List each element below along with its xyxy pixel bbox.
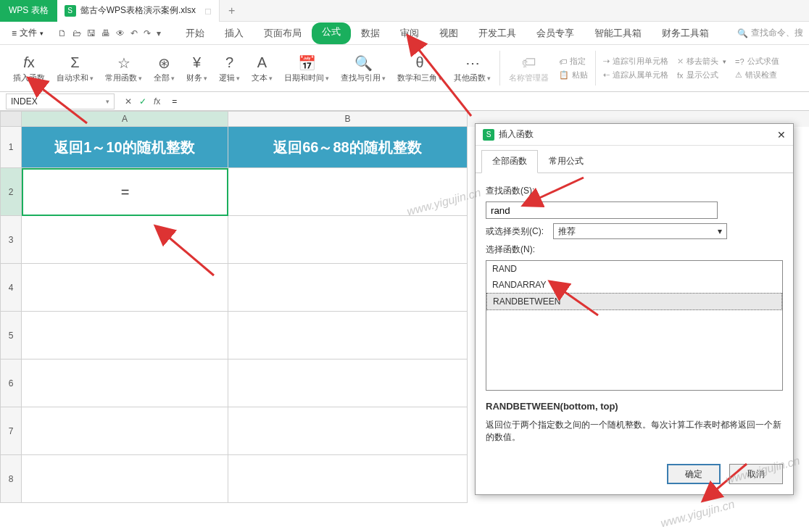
finance-button[interactable]: ¥ 财务 (181, 47, 213, 89)
row-header-2[interactable]: 2 (0, 168, 22, 216)
formula-input[interactable]: = (167, 96, 809, 107)
command-search[interactable]: 🔍 查找命令、搜 (737, 27, 803, 39)
yen-icon: ¥ (193, 54, 201, 72)
lookup-button[interactable]: 🔍 查找与引用 (335, 47, 391, 89)
cell-b8[interactable] (228, 455, 468, 503)
datetime-button[interactable]: 📅 日期和时间 (278, 47, 335, 89)
assign-button[interactable]: 🏷指定 (559, 56, 588, 67)
function-item-randarray[interactable]: RANDARRAY (486, 277, 782, 293)
autosum-button[interactable]: Σ 自动求和 (51, 47, 99, 89)
column-header-a[interactable]: A (22, 111, 228, 127)
function-item-randbetween[interactable]: RANDBETWEEN (486, 293, 782, 310)
document-tab[interactable]: S 懿古今WPS表格演示案例.xlsx ◻ (57, 0, 220, 22)
formula-eval-button[interactable]: =?公式求值 (735, 56, 779, 67)
undo-icon[interactable]: ↶ (130, 28, 138, 38)
preview-icon[interactable]: 👁 (116, 28, 125, 38)
search-function-input[interactable] (486, 201, 718, 219)
cell-b7[interactable] (228, 407, 468, 455)
tab-review[interactable]: 审阅 (390, 22, 429, 44)
tab-developer[interactable]: 开发工具 (468, 22, 526, 44)
cancel-formula-icon[interactable]: ✕ (125, 96, 132, 107)
name-box[interactable]: INDEX ▾ (6, 93, 115, 109)
row-header-1[interactable]: 1 (0, 127, 22, 168)
cell-a5[interactable] (22, 312, 228, 359)
fx-bar-icon[interactable]: fx (154, 96, 160, 107)
cell-a1[interactable]: 返回1～10的随机整数 (22, 127, 228, 168)
accept-formula-icon[interactable]: ✓ (139, 96, 146, 107)
menu-bar: ≡ 文件 ▾ 🗋 🗁 🖫 🖶 👁 ↶ ↷ ▾ 开始 插入 页面布局 公式 数据 … (0, 22, 809, 45)
dialog-tab-all[interactable]: 全部函数 (481, 150, 538, 173)
common-functions-button[interactable]: ☆ 常用函数 (99, 47, 148, 89)
text-button[interactable]: A 文本 (246, 47, 278, 89)
tab-home[interactable]: 开始 (175, 22, 215, 44)
error-check-button[interactable]: ⚠错误检查 (735, 70, 779, 80)
cell-b2[interactable] (228, 168, 468, 216)
category-label: 或选择类别(C): (486, 226, 544, 236)
tab-formula[interactable]: 公式 (312, 22, 351, 44)
select-all-corner[interactable] (0, 111, 22, 127)
trace-dep-icon: ⇠ (603, 70, 610, 80)
file-menu[interactable]: ≡ 文件 ▾ (6, 24, 49, 42)
cell-a3[interactable] (22, 216, 228, 264)
row-header-4[interactable]: 4 (0, 264, 22, 312)
row-header-6[interactable]: 6 (0, 359, 22, 407)
cell-a6[interactable] (22, 359, 228, 407)
name-manager-icon: 🏷 (522, 54, 536, 72)
function-list[interactable]: RAND RANDARRAY RANDBETWEEN (486, 260, 783, 391)
logic-button[interactable]: ? 逻辑 (213, 47, 246, 89)
save-icon[interactable]: 🖫 (87, 28, 96, 38)
function-item-rand[interactable]: RAND (486, 261, 782, 277)
cell-b5[interactable] (228, 312, 468, 359)
print-icon[interactable]: 🖶 (101, 28, 110, 38)
cell-b1[interactable]: 返回66～88的随机整数 (228, 127, 468, 168)
row-header-5[interactable]: 5 (0, 312, 22, 359)
cell-b4[interactable] (228, 264, 468, 312)
math-button[interactable]: θ 数学和三角 (391, 47, 448, 89)
row-header-3[interactable]: 3 (0, 216, 22, 264)
row-header-7[interactable]: 7 (0, 407, 22, 455)
redo-icon[interactable]: ↷ (144, 28, 151, 38)
cancel-button[interactable]: 取消 (729, 464, 783, 484)
trace-dependents-button[interactable]: ⇠追踪从属单元格 (603, 70, 668, 80)
dialog-tab-common[interactable]: 常用公式 (538, 150, 594, 173)
close-icon[interactable]: ✕ (777, 129, 786, 141)
tab-close-icon[interactable]: ◻ (204, 6, 212, 16)
paste-button[interactable]: 📋粘贴 (559, 70, 588, 80)
function-description: 返回位于两个指定数之间的一个随机整数。每次计算工作表时都将返回一个新的数值。 (486, 419, 783, 444)
open-icon[interactable]: 🗁 (72, 28, 81, 38)
other-functions-button[interactable]: ⋯ 其他函数 (448, 47, 497, 89)
tab-view[interactable]: 视图 (429, 22, 468, 44)
chevron-down-icon[interactable]: ▾ (106, 98, 109, 105)
formula-bar: INDEX ▾ ✕ ✓ fx = (0, 92, 809, 111)
cell-b3[interactable] (228, 216, 468, 264)
trace-precedents-button[interactable]: ⇢追踪引用单元格 (603, 56, 668, 67)
cell-a7[interactable] (22, 407, 228, 455)
function-signature: RANDBETWEEN(bottom, top) (486, 401, 618, 412)
show-formula-button[interactable]: fx显示公式 (677, 70, 726, 80)
tab-insert[interactable]: 插入 (215, 22, 254, 44)
insert-function-button[interactable]: fx 插入函数 (7, 47, 51, 89)
cell-a8[interactable] (22, 455, 228, 503)
column-header-b[interactable]: B (228, 111, 468, 127)
ok-button[interactable]: 确定 (667, 464, 721, 484)
new-icon[interactable]: 🗋 (58, 28, 67, 38)
remove-arrow-button[interactable]: ⤫移去箭头 (677, 56, 726, 67)
tab-smart-tools[interactable]: 智能工具箱 (584, 22, 652, 44)
app-tab[interactable]: WPS 表格 (0, 0, 57, 22)
name-manager-button[interactable]: 🏷 名称管理器 (503, 47, 555, 89)
cell-a2[interactable]: = (22, 168, 228, 216)
text-icon: A (257, 54, 267, 72)
category-select[interactable]: 推荐 ▾ (553, 223, 727, 239)
all-functions-button[interactable]: ⊛ 全部 (148, 47, 181, 89)
row-header-8[interactable]: 8 (0, 455, 22, 503)
cell-b6[interactable] (228, 359, 468, 407)
tab-finance-tools[interactable]: 财务工具箱 (652, 22, 719, 44)
qat-dropdown-icon[interactable]: ▾ (157, 28, 161, 38)
tab-data[interactable]: 数据 (351, 22, 390, 44)
error-icon: ⚠ (735, 70, 742, 80)
new-tab-button[interactable]: + (220, 4, 244, 17)
tab-layout[interactable]: 页面布局 (254, 22, 312, 44)
tab-member[interactable]: 会员专享 (526, 22, 584, 44)
cell-a4[interactable] (22, 264, 228, 312)
calendar-icon: 📅 (298, 54, 316, 72)
